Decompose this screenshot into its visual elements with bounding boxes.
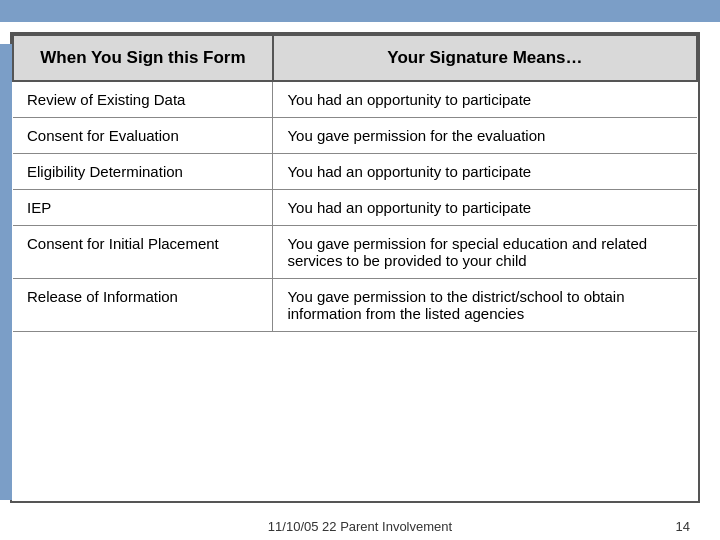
table-cell-meaning: You gave permission to the district/scho… xyxy=(273,279,697,332)
table-row: Eligibility DeterminationYou had an oppo… xyxy=(13,154,697,190)
table-cell-meaning: You had an opportunity to participate xyxy=(273,190,697,226)
top-bar xyxy=(0,0,720,22)
table-row: IEPYou had an opportunity to participate xyxy=(13,190,697,226)
table-cell-form: Review of Existing Data xyxy=(13,81,273,118)
col-header-form: When You Sign this Form xyxy=(13,35,273,81)
main-table-container: When You Sign this Form Your Signature M… xyxy=(10,32,700,503)
table-cell-form: Consent for Evaluation xyxy=(13,118,273,154)
footer-page-number: 14 xyxy=(676,519,690,534)
table-cell-form: Consent for Initial Placement xyxy=(13,226,273,279)
table-cell-meaning: You had an opportunity to participate xyxy=(273,154,697,190)
table-row: Consent for EvaluationYou gave permissio… xyxy=(13,118,697,154)
table-row: Review of Existing DataYou had an opport… xyxy=(13,81,697,118)
table-header-row: When You Sign this Form Your Signature M… xyxy=(13,35,697,81)
table-row: Consent for Initial PlacementYou gave pe… xyxy=(13,226,697,279)
table-cell-meaning: You gave permission for the evaluation xyxy=(273,118,697,154)
signature-table: When You Sign this Form Your Signature M… xyxy=(12,34,698,332)
footer: 11/10/05 22 Parent Involvement 14 xyxy=(0,513,720,540)
table-cell-meaning: You had an opportunity to participate xyxy=(273,81,697,118)
table-cell-form: Eligibility Determination xyxy=(13,154,273,190)
page: When You Sign this Form Your Signature M… xyxy=(0,0,720,540)
table-cell-form: IEP xyxy=(13,190,273,226)
table-cell-meaning: You gave permission for special educatio… xyxy=(273,226,697,279)
col-header-meaning: Your Signature Means… xyxy=(273,35,697,81)
footer-center-text: 11/10/05 22 Parent Involvement xyxy=(268,519,452,534)
table-cell-form: Release of Information xyxy=(13,279,273,332)
table-row: Release of InformationYou gave permissio… xyxy=(13,279,697,332)
left-accent xyxy=(0,44,12,500)
